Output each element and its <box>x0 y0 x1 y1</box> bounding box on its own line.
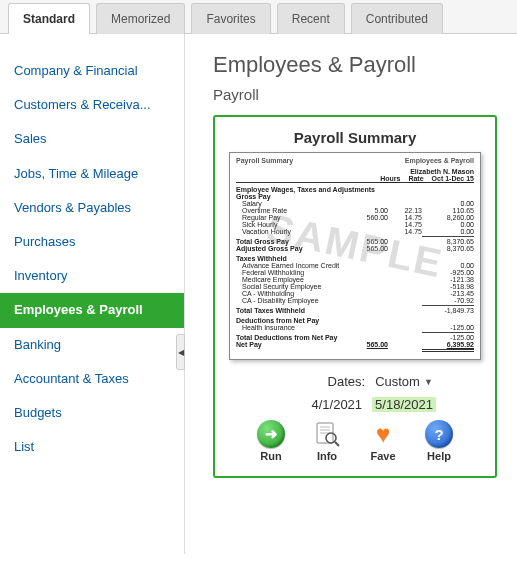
sidebar-item-sales[interactable]: Sales <box>0 122 184 156</box>
sample-row: Total Deductions from Net Pay <box>236 334 354 341</box>
sample-employee-name: Elizabeth N. Mason <box>236 168 474 175</box>
sample-val: 14.75 <box>388 228 422 235</box>
sample-val: 14.75 <box>388 214 422 221</box>
sample-val: 0.00 <box>422 262 474 269</box>
date-to-field[interactable]: 5/18/2021 <box>372 397 436 412</box>
page-subtitle: Payroll <box>213 86 497 103</box>
sidebar-item-jobs-time-mileage[interactable]: Jobs, Time & Mileage <box>0 157 184 191</box>
sample-net-pay: Net Pay <box>236 341 354 348</box>
chevron-down-icon: ▼ <box>424 377 433 387</box>
sample-val: -1,849.73 <box>422 307 474 314</box>
sample-row: Regular Pay <box>236 214 354 221</box>
tab-favorites[interactable]: Favorites <box>191 3 270 34</box>
sidebar-item-inventory[interactable]: Inventory <box>0 259 184 293</box>
sample-val: 0.00 <box>422 200 474 207</box>
sample-val: -125.00 <box>422 324 474 331</box>
sample-val: 5.00 <box>354 207 388 214</box>
sidebar-item-budgets[interactable]: Budgets <box>0 396 184 430</box>
sample-val: 22.13 <box>388 207 422 214</box>
run-button[interactable]: ➜ Run <box>251 420 291 462</box>
fave-button[interactable]: ♥ Fave <box>363 420 403 462</box>
sample-gross-pay: Gross Pay <box>236 193 474 200</box>
sample-row: Advance Earned Income Credit <box>236 262 354 269</box>
sample-val: -213.45 <box>422 290 474 297</box>
sample-val: 565.00 <box>354 341 388 348</box>
date-range-value: Custom <box>375 374 420 389</box>
report-sample-preview[interactable]: SAMPLE Payroll Summary Employees & Payro… <box>229 152 481 360</box>
sample-row: Social Security Employee <box>236 283 354 290</box>
sample-section-taxes: Taxes Withheld <box>236 255 474 262</box>
run-label: Run <box>260 450 281 462</box>
help-question-icon: ? <box>425 420 453 448</box>
sample-row: Adjusted Gross Pay <box>236 245 354 252</box>
sample-val: -121.38 <box>422 276 474 283</box>
sidebar-item-company-financial[interactable]: Company & Financial <box>0 54 184 88</box>
help-button[interactable]: ? Help <box>419 420 459 462</box>
report-card: Payroll Summary SAMPLE Payroll Summary E… <box>213 115 497 478</box>
sample-row: Total Taxes Withheld <box>236 307 354 314</box>
sample-val: 565.00 <box>354 245 388 252</box>
sample-heading-right: Employees & Payroll <box>405 157 474 164</box>
sidebar-item-employees-payroll[interactable]: Employees & Payroll <box>0 293 184 327</box>
dates-label: Dates: <box>277 374 365 389</box>
sidebar-item-accountant-taxes[interactable]: Accountant & Taxes <box>0 362 184 396</box>
sample-row: CA - Withholding <box>236 290 354 297</box>
date-from-field[interactable]: 4/1/2021 <box>274 397 362 412</box>
sidebar-item-customers-receivables[interactable]: Customers & Receiva... <box>0 88 184 122</box>
sample-val: 110.65 <box>422 207 474 214</box>
sidebar-item-purchases[interactable]: Purchases <box>0 225 184 259</box>
sample-val: 0.00 <box>422 228 474 235</box>
sample-heading-left: Payroll Summary <box>236 157 293 164</box>
sample-row: Federal Withholding <box>236 269 354 276</box>
sample-section-wages: Employee Wages, Taxes and Adjustments <box>236 186 474 193</box>
tab-standard[interactable]: Standard <box>8 3 90 34</box>
heart-icon: ♥ <box>369 420 397 448</box>
sample-val: -518.98 <box>422 283 474 290</box>
date-range-select[interactable]: Custom ▼ <box>375 374 433 389</box>
help-label: Help <box>427 450 451 462</box>
report-controls: Dates: Custom ▼ 4/1/2021 5/18/2021 ➜ Run <box>229 374 481 462</box>
document-magnifier-icon <box>313 420 341 448</box>
sample-row: Sick Hourly <box>236 221 354 228</box>
sample-val: 565.00 <box>354 238 388 245</box>
sample-col-rate: Rate <box>408 175 423 182</box>
sample-col-hours: Hours <box>380 175 400 182</box>
sample-val: 14.75 <box>388 221 422 228</box>
sample-section-deductions: Deductions from Net Pay <box>236 317 474 324</box>
sample-val: 8,260.00 <box>422 214 474 221</box>
sample-val: 0.00 <box>422 221 474 228</box>
sidebar-item-banking[interactable]: Banking <box>0 328 184 362</box>
report-tabs: Standard Memorized Favorites Recent Cont… <box>0 0 517 34</box>
sample-val: -125.00 <box>422 334 474 341</box>
sample-val: 6,395.92 <box>422 341 474 348</box>
sample-row: Overtime Rate <box>236 207 354 214</box>
report-category-sidebar: Company & Financial Customers & Receiva.… <box>0 34 185 554</box>
fave-label: Fave <box>370 450 395 462</box>
sidebar-item-vendors-payables[interactable]: Vendors & Payables <box>0 191 184 225</box>
sample-row: Salary <box>236 200 354 207</box>
sample-val: -70.92 <box>422 297 474 304</box>
report-card-title: Payroll Summary <box>229 129 481 146</box>
sample-val: 8,370.65 <box>422 245 474 252</box>
main-panel: Employees & Payroll Payroll Payroll Summ… <box>185 34 517 554</box>
sample-row: Health Insurance <box>236 324 354 331</box>
sample-row: Total Gross Pay <box>236 238 354 245</box>
date-to-value: 5/18/2021 <box>372 397 436 412</box>
tab-recent[interactable]: Recent <box>277 3 345 34</box>
tab-memorized[interactable]: Memorized <box>96 3 185 34</box>
sample-row: Medicare Employee <box>236 276 354 283</box>
sample-row: CA - Disability Employee <box>236 297 354 304</box>
sample-col-period: Oct 1-Dec 15 <box>432 175 474 182</box>
page-title: Employees & Payroll <box>213 52 497 78</box>
svg-line-5 <box>335 442 339 446</box>
tab-contributed[interactable]: Contributed <box>351 3 443 34</box>
sample-val: -925.00 <box>422 269 474 276</box>
run-arrow-icon: ➜ <box>257 420 285 448</box>
sidebar-collapse-handle[interactable]: ◀ <box>176 334 185 370</box>
info-label: Info <box>317 450 337 462</box>
sample-row: Vacation Hourly <box>236 228 354 235</box>
sample-val: 560.00 <box>354 214 388 221</box>
info-button[interactable]: Info <box>307 420 347 462</box>
sidebar-item-list[interactable]: List <box>0 430 184 464</box>
sample-val: 8,370.65 <box>422 238 474 245</box>
